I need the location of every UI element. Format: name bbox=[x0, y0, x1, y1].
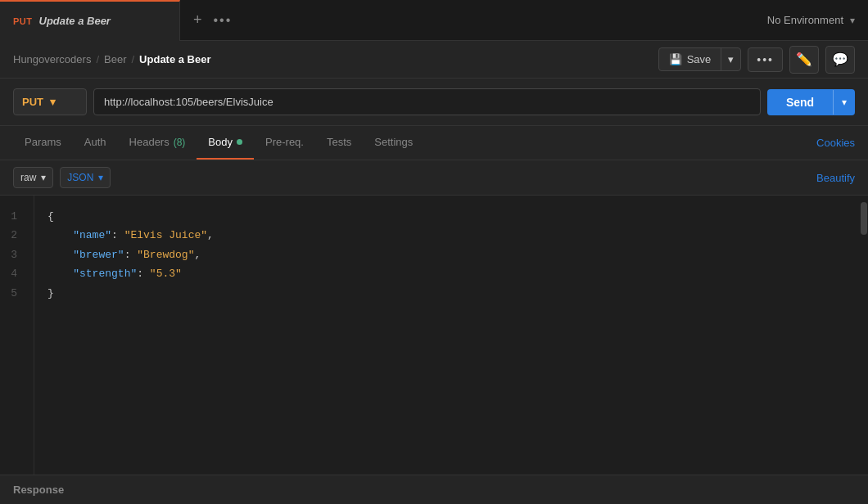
tab-settings[interactable]: Settings bbox=[363, 126, 424, 160]
cookies-link[interactable]: Cookies bbox=[816, 137, 855, 149]
tab-auth-label: Auth bbox=[84, 136, 106, 148]
body-active-dot bbox=[237, 139, 242, 145]
code-content[interactable]: { "name": "Elvis Juice", "brewer": "Brew… bbox=[34, 196, 860, 475]
save-dropdown-button[interactable]: ▾ bbox=[721, 48, 740, 70]
tab-body-label: Body bbox=[208, 136, 233, 148]
tab-params-label: Params bbox=[25, 136, 61, 148]
tab-prereq[interactable]: Pre-req. bbox=[254, 126, 315, 160]
format-raw-chevron-icon: ▾ bbox=[41, 172, 46, 183]
tab-headers[interactable]: Headers (8) bbox=[118, 126, 197, 160]
url-input[interactable] bbox=[93, 88, 761, 115]
save-button[interactable]: 💾 Save bbox=[659, 48, 722, 70]
new-tab-button[interactable]: + bbox=[193, 11, 202, 29]
method-selector[interactable]: PUT ▾ bbox=[13, 88, 87, 115]
response-bar: Response bbox=[0, 475, 868, 504]
beautify-button[interactable]: Beautify bbox=[816, 172, 855, 184]
save-icon: 💾 bbox=[669, 53, 682, 65]
breadcrumb-collection[interactable]: Beer bbox=[104, 53, 126, 65]
tab-method-badge: PUT bbox=[13, 16, 33, 26]
tab-tests[interactable]: Tests bbox=[315, 126, 363, 160]
line-num-3: 3 bbox=[0, 245, 24, 264]
format-raw-label: raw bbox=[20, 172, 36, 183]
tab-tests-label: Tests bbox=[327, 136, 351, 148]
url-bar: PUT ▾ Send ▾ bbox=[0, 79, 868, 126]
format-json-chevron-icon: ▾ bbox=[98, 172, 103, 183]
format-raw-selector[interactable]: raw ▾ bbox=[13, 167, 53, 188]
headers-count-badge: (8) bbox=[174, 137, 186, 148]
send-dropdown-button[interactable]: ▾ bbox=[833, 90, 855, 115]
code-editor: 1 2 3 4 5 { "name": "Elvis Juice", "brew… bbox=[0, 196, 868, 475]
environment-selector[interactable]: No Environment ▾ bbox=[767, 14, 868, 26]
edit-icon: ✏️ bbox=[796, 52, 812, 67]
tab-headers-label: Headers bbox=[129, 136, 170, 148]
active-tab[interactable]: PUT Update a Beer bbox=[0, 0, 180, 41]
tab-settings-label: Settings bbox=[374, 136, 413, 148]
main-content: PUT ▾ Send ▾ Params Auth Headers (8) Bod… bbox=[0, 79, 868, 504]
tab-title: Update a Beer bbox=[39, 15, 111, 27]
environment-label: No Environment bbox=[767, 14, 843, 26]
comment-button[interactable]: 💬 bbox=[825, 46, 855, 74]
response-label: Response bbox=[13, 484, 64, 496]
breadcrumb-current: Update a Beer bbox=[139, 53, 210, 65]
tab-auth[interactable]: Auth bbox=[73, 126, 118, 160]
more-options-button[interactable]: ••• bbox=[748, 47, 783, 72]
scrollbar-thumb bbox=[861, 202, 867, 235]
format-json-selector[interactable]: JSON ▾ bbox=[60, 167, 111, 188]
tab-params[interactable]: Params bbox=[13, 126, 73, 160]
edit-button[interactable]: ✏️ bbox=[789, 46, 819, 74]
send-button-group: Send ▾ bbox=[767, 89, 855, 115]
comment-icon: 💬 bbox=[832, 52, 848, 67]
method-chevron-icon: ▾ bbox=[50, 96, 56, 108]
method-label: PUT bbox=[22, 96, 43, 108]
tab-bar: PUT Update a Beer + ••• No Environment ▾ bbox=[0, 0, 868, 41]
send-button[interactable]: Send bbox=[767, 89, 833, 115]
body-toolbar: raw ▾ JSON ▾ Beautify bbox=[0, 160, 868, 196]
breadcrumb-workspace[interactable]: Hungovercoders bbox=[13, 53, 91, 65]
save-label: Save bbox=[687, 53, 712, 65]
tab-prereq-label: Pre-req. bbox=[265, 136, 304, 148]
breadcrumb-bar: Hungovercoders / Beer / Update a Beer 💾 … bbox=[0, 41, 868, 79]
tab-body[interactable]: Body bbox=[197, 126, 254, 160]
environment-chevron-icon: ▾ bbox=[850, 15, 855, 26]
breadcrumb-sep-2: / bbox=[131, 53, 134, 65]
request-tabs: Params Auth Headers (8) Body Pre-req. Te… bbox=[0, 126, 868, 160]
tab-more-dots[interactable]: ••• bbox=[214, 13, 233, 28]
save-button-group: 💾 Save ▾ bbox=[658, 47, 742, 71]
tab-actions: + ••• bbox=[180, 11, 245, 29]
line-num-2: 2 bbox=[0, 226, 24, 245]
breadcrumb-sep-1: / bbox=[96, 53, 99, 65]
line-num-5: 5 bbox=[0, 284, 24, 303]
line-numbers: 1 2 3 4 5 bbox=[0, 196, 34, 475]
code-scrollbar[interactable] bbox=[860, 196, 868, 475]
line-num-1: 1 bbox=[0, 207, 24, 226]
line-num-4: 4 bbox=[0, 264, 24, 283]
format-json-label: JSON bbox=[67, 172, 93, 183]
breadcrumb-actions: 💾 Save ▾ ••• ✏️ 💬 bbox=[658, 46, 855, 74]
